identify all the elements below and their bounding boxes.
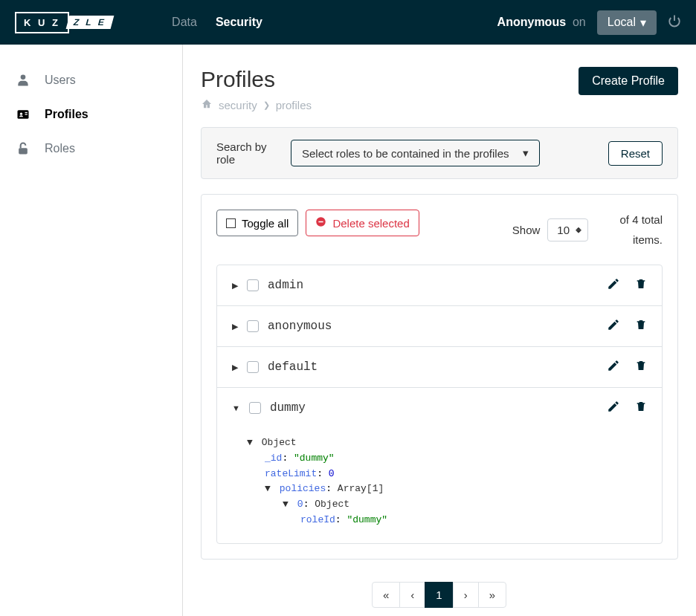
row-checkbox[interactable] — [247, 279, 259, 291]
sidebar-label: Users — [45, 74, 76, 87]
nav-security[interactable]: Security — [216, 16, 262, 29]
edit-icon[interactable] — [607, 318, 620, 334]
pagination: « ‹ 1 › » — [201, 582, 678, 608]
sidebar-item-users[interactable]: Users — [0, 63, 182, 97]
profile-name: anonymous — [268, 320, 598, 333]
list-item: ▶ anonymous — [217, 306, 662, 347]
show-label: Show — [512, 224, 541, 236]
search-box: Search by role Select roles to be contai… — [201, 127, 678, 179]
svg-point-1 — [21, 75, 26, 80]
sidebar-item-roles[interactable]: Roles — [0, 132, 182, 166]
trash-icon[interactable] — [635, 359, 647, 375]
home-icon — [201, 98, 213, 112]
collapse-arrow-icon[interactable]: ▼ — [232, 403, 240, 412]
breadcrumb: security ❯ profiles — [201, 98, 312, 112]
expand-arrow-icon[interactable]: ▶ — [232, 322, 238, 331]
breadcrumb-home[interactable]: security — [219, 99, 257, 111]
id-card-icon — [15, 106, 31, 123]
page-last[interactable]: » — [478, 582, 506, 608]
chevron-down-icon: ▾ — [523, 146, 529, 160]
header: K U Z Z L E Data Security Anonymous on L… — [0, 0, 696, 45]
list-item: ▶ admin — [217, 265, 662, 306]
sidebar-label: Profiles — [45, 108, 88, 121]
delete-selected-button[interactable]: Delete selected — [306, 210, 419, 236]
row-checkbox[interactable] — [249, 402, 261, 414]
env-dropdown[interactable]: Local ▾ — [597, 10, 657, 35]
trash-icon[interactable] — [635, 400, 647, 416]
unlock-icon — [15, 140, 31, 157]
total-items-text: of 4 total items. — [596, 210, 663, 250]
user-icon — [15, 72, 31, 88]
reset-button[interactable]: Reset — [608, 141, 663, 166]
create-profile-button[interactable]: Create Profile — [579, 67, 678, 95]
user-info: Anonymous on — [497, 16, 586, 29]
checkbox-icon — [226, 218, 236, 228]
json-viewer: ▼ Object _id: "dummy" rateLimit: 0 ▼ pol… — [217, 428, 662, 543]
page-next[interactable]: › — [453, 582, 479, 608]
page-current[interactable]: 1 — [425, 582, 453, 608]
minus-circle-icon — [315, 216, 326, 230]
sidebar-label: Roles — [45, 142, 75, 155]
row-checkbox[interactable] — [247, 361, 259, 373]
list-item-expanded: ▼ dummy ▼ Object _id: "dummy" rateLimit:… — [217, 388, 662, 543]
page-first[interactable]: « — [372, 582, 400, 608]
power-icon[interactable] — [668, 14, 681, 31]
expand-arrow-icon[interactable]: ▶ — [232, 281, 238, 291]
trash-icon[interactable] — [635, 318, 647, 334]
breadcrumb-current: profiles — [276, 99, 312, 111]
page-size-select[interactable]: 10 — [547, 218, 588, 241]
edit-icon[interactable] — [607, 359, 620, 375]
role-selector-dropdown[interactable]: Select roles to be contained in the prof… — [291, 140, 540, 166]
sidebar: Users Profiles Roles — [0, 45, 183, 616]
row-checkbox[interactable] — [247, 320, 259, 332]
edit-icon[interactable] — [607, 277, 620, 294]
chevron-right-icon: ❯ — [263, 100, 270, 110]
chevron-down-icon: ▾ — [640, 16, 646, 30]
list-item: ▶ default — [217, 347, 662, 388]
edit-icon[interactable] — [607, 400, 620, 416]
sidebar-item-profiles[interactable]: Profiles — [0, 97, 182, 132]
toggle-all-button[interactable]: Toggle all — [216, 210, 298, 236]
profile-name: admin — [268, 279, 598, 292]
expand-arrow-icon[interactable]: ▶ — [232, 363, 238, 372]
svg-rect-6 — [19, 148, 28, 154]
profile-name: default — [268, 360, 598, 374]
nav-data[interactable]: Data — [172, 16, 197, 29]
logo[interactable]: K U Z Z L E — [15, 12, 112, 33]
trash-icon[interactable] — [635, 277, 647, 294]
page-prev[interactable]: ‹ — [399, 582, 425, 608]
profile-name: dummy — [270, 401, 598, 415]
search-label: Search by role — [216, 140, 272, 166]
page-title: Profiles — [201, 67, 312, 92]
svg-point-3 — [20, 113, 22, 115]
